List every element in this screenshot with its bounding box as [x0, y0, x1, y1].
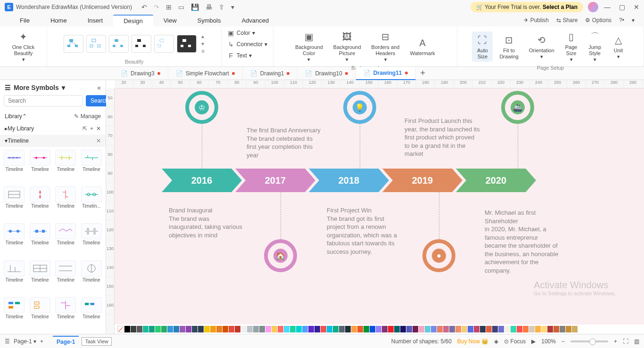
sidebar-collapse[interactable]: «	[97, 84, 101, 91]
menu-insert[interactable]: Insert	[77, 15, 114, 26]
publish-button[interactable]: ✈ Publish	[524, 17, 549, 24]
color-swatch[interactable]	[278, 326, 283, 332]
text-2018[interactable]: First Project Win The brand got its firs…	[327, 206, 402, 256]
share-button[interactable]: ⇆ Share	[556, 17, 578, 24]
page-tab[interactable]: Page-1	[53, 336, 79, 347]
shape-cell[interactable]: Timeline	[54, 223, 77, 257]
color-swatch[interactable]	[498, 326, 504, 332]
arrow-2016[interactable]: 2016	[162, 169, 242, 192]
menu-home[interactable]: Home	[40, 15, 77, 26]
arrow-2020[interactable]: 2020	[456, 169, 536, 192]
style-tile-6[interactable]	[177, 35, 197, 53]
shape-cell[interactable]: Timeline	[29, 297, 52, 331]
my-library[interactable]: My Library	[8, 125, 34, 132]
color-swatch[interactable]	[492, 326, 498, 332]
section-close[interactable]: ✕	[96, 138, 101, 144]
text-2019[interactable]: First Product Launch this year, the bran…	[405, 117, 480, 158]
shape-cell[interactable]: Timeline	[3, 297, 26, 331]
shape-cell[interactable]: Timelin...	[80, 186, 103, 220]
color-swatch[interactable]	[474, 326, 479, 332]
doc-tab-drawing11[interactable]: 📄 Drawing11	[356, 67, 416, 80]
color-swatch[interactable]	[511, 326, 516, 332]
timeline-icon-2016[interactable]: ♔	[185, 91, 218, 124]
color-swatch[interactable]	[388, 326, 394, 332]
menu-advanced[interactable]: Advanced	[231, 15, 279, 26]
trial-banner[interactable]: 🛒 Your Free Trial is over. Select a Plan	[471, 2, 583, 12]
menu-file[interactable]: File	[9, 15, 40, 26]
color-swatch[interactable]	[137, 326, 142, 332]
color-swatch[interactable]	[155, 326, 161, 332]
color-swatch[interactable]	[223, 326, 228, 332]
more-qat[interactable]: ▾	[231, 3, 234, 11]
panel-toggle-icon[interactable]: ▥	[634, 338, 639, 345]
arrow-2017[interactable]: 2017	[235, 169, 315, 192]
borders-headers-button[interactable]: ⊟Borders and Headers ▾	[368, 28, 404, 65]
color-swatch[interactable]	[547, 326, 553, 332]
color-swatch[interactable]	[566, 326, 571, 332]
watermark-button[interactable]: AWatermark	[406, 34, 439, 58]
color-swatch[interactable]	[167, 326, 173, 332]
menu-design[interactable]: Design	[113, 15, 153, 26]
style-tile-3[interactable]	[109, 35, 129, 53]
doc-tab-drawing3[interactable]: 📄 Drawing3	[113, 67, 168, 80]
color-swatch[interactable]	[462, 326, 467, 332]
text-dropdown[interactable]: FText ▾	[224, 51, 255, 60]
color-swatch[interactable]	[560, 326, 565, 332]
color-swatch[interactable]	[480, 326, 486, 332]
lib-close-icon[interactable]: ✕	[96, 125, 101, 132]
open-button[interactable]: ▭	[178, 3, 184, 11]
style-next[interactable]: ▾	[201, 40, 205, 47]
color-swatch[interactable]	[253, 326, 259, 332]
shape-cell[interactable]: Timeline	[29, 186, 52, 220]
color-swatch[interactable]	[216, 326, 222, 332]
redo-button[interactable]: ↷	[154, 3, 159, 11]
color-swatch[interactable]	[376, 326, 381, 332]
shape-cell[interactable]: Timeline	[3, 260, 26, 294]
color-swatch[interactable]	[173, 326, 179, 332]
timeline-icon-2017[interactable]: 🏠	[264, 239, 297, 272]
color-swatch[interactable]	[284, 326, 289, 332]
style-more[interactable]: ≡	[201, 48, 205, 55]
lib-export-icon[interactable]: ⇱	[83, 125, 87, 132]
shape-cell[interactable]: Timeline	[3, 186, 26, 220]
zoom-out[interactable]: −	[561, 338, 565, 345]
maximize-button[interactable]: ▢	[619, 3, 625, 11]
text-2017[interactable]: The first Brand Anniversary The brand ce…	[247, 126, 322, 159]
color-swatch[interactable]	[351, 326, 357, 332]
page-size-button[interactable]: ▯Page Size ▾	[561, 28, 582, 65]
user-avatar[interactable]	[588, 2, 598, 12]
bg-picture-button[interactable]: 🖼Background Picture ▾	[330, 28, 365, 65]
color-swatch[interactable]	[272, 326, 277, 332]
color-swatch[interactable]	[124, 326, 130, 332]
color-swatch[interactable]	[455, 326, 461, 332]
color-swatch[interactable]	[345, 326, 351, 332]
color-swatch[interactable]	[468, 326, 473, 332]
color-swatch[interactable]	[529, 326, 535, 332]
color-swatch[interactable]	[143, 326, 149, 332]
color-swatch[interactable]	[406, 326, 412, 332]
jump-style-button[interactable]: ⌒Jump Style ▾	[585, 28, 605, 65]
timeline-icon-2019[interactable]: ●	[422, 239, 455, 272]
color-swatch[interactable]	[517, 326, 522, 332]
library-label[interactable]: Library	[5, 113, 22, 120]
color-swatch[interactable]	[425, 326, 430, 332]
color-swatch[interactable]	[449, 326, 455, 332]
color-swatch[interactable]	[302, 326, 308, 332]
color-swatch[interactable]	[265, 326, 271, 332]
outline-icon[interactable]: ☰	[5, 338, 10, 345]
search-input[interactable]	[4, 95, 83, 106]
timeline-icon-2020[interactable]: 🚢	[501, 91, 534, 124]
color-swatch[interactable]	[192, 326, 198, 332]
menu-symbols[interactable]: Symbols	[187, 15, 231, 26]
style-tile-4[interactable]	[132, 35, 151, 53]
color-swatch[interactable]	[382, 326, 388, 332]
shape-cell[interactable]: Timeline	[54, 186, 77, 220]
arrow-2018[interactable]: 2018	[309, 169, 389, 192]
zoom-value[interactable]: 100%	[541, 338, 556, 345]
color-swatch[interactable]	[572, 326, 578, 332]
color-swatch[interactable]	[541, 326, 547, 332]
shape-cell[interactable]: Timeline	[54, 260, 77, 294]
auto-size-button[interactable]: ⛶Auto Size	[472, 32, 493, 62]
color-swatch[interactable]	[149, 326, 155, 332]
doc-tab-drawing10[interactable]: 📄 Drawing10	[297, 67, 355, 80]
